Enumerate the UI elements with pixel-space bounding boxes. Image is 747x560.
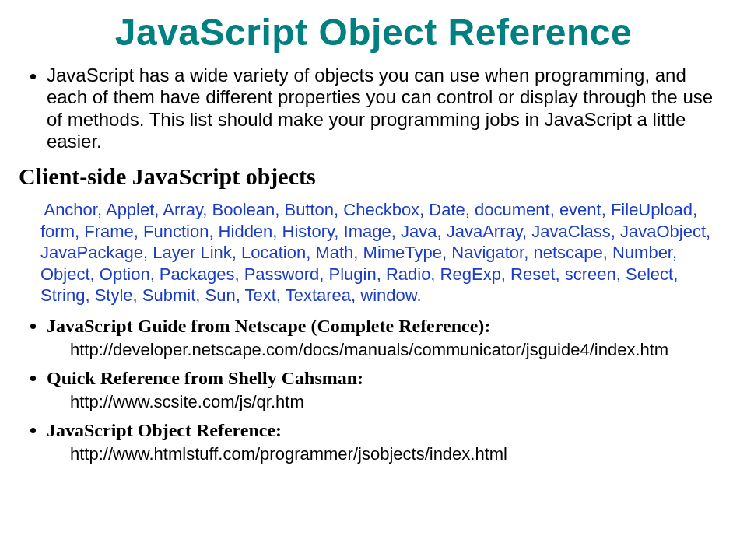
reference-item: Quick Reference from Shelly Cahsman: htt…: [47, 368, 731, 412]
objects-list-text: Anchor, Applet, Array, Boolean, Button, …: [40, 200, 710, 305]
intro-list: JavaScript has a wide variety of objects…: [16, 65, 731, 152]
reference-label: Quick Reference from Shelly Cahsman:: [47, 368, 363, 388]
reference-item: JavaScript Object Reference: http://www.…: [47, 420, 731, 464]
reference-url: http://www.htmlstuff.com/programmer/jsob…: [70, 444, 731, 464]
reference-url: http://developer.netscape.com/docs/manua…: [70, 340, 731, 360]
references-list: JavaScript Guide from Netscape (Complete…: [16, 316, 731, 464]
objects-block: Anchor, Applet, Array, Boolean, Button, …: [16, 199, 731, 306]
slide-content: JavaScript Object Reference JavaScript h…: [0, 0, 747, 464]
intro-text: JavaScript has a wide variety of objects…: [47, 65, 731, 152]
reference-item: JavaScript Guide from Netscape (Complete…: [47, 316, 731, 360]
reference-label: JavaScript Guide from Netscape (Complete…: [47, 316, 490, 336]
reference-url: http://www.scsite.com/js/qr.htm: [70, 392, 731, 412]
reference-label: JavaScript Object Reference:: [47, 420, 282, 440]
tab-underline-decoration: [19, 215, 39, 215]
slide-title: JavaScript Object Reference: [16, 11, 731, 54]
section-heading: Client-side JavaScript objects: [19, 163, 731, 190]
